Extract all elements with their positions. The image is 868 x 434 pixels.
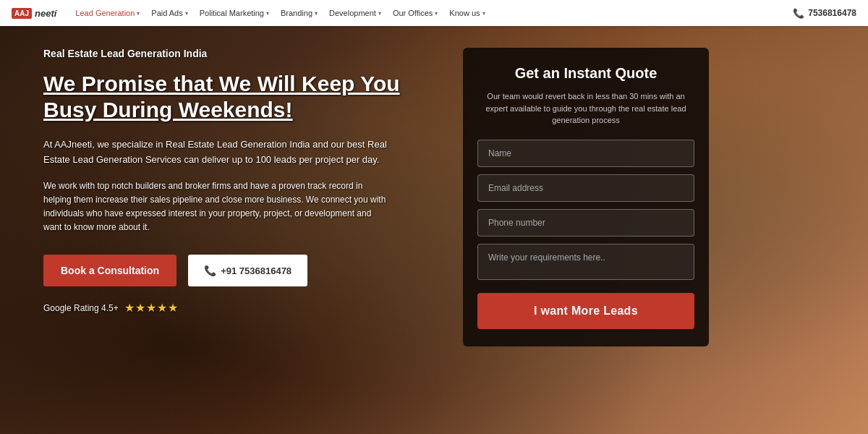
- requirements-textarea[interactable]: [477, 244, 694, 280]
- nav-item-lead-generation[interactable]: Lead Generation ▾: [71, 6, 144, 20]
- main-content: Real Estate Lead Generation India We Pro…: [0, 26, 868, 434]
- cta-buttons: Book a Consultation 📞 +91 7536816478: [43, 255, 434, 286]
- phone-call-button[interactable]: 📞 +91 7536816478: [188, 255, 307, 286]
- nav-item-political-marketing[interactable]: Political Marketing ▾: [195, 6, 273, 20]
- main-heading: We Promise that We Will Keep You Busy Du…: [43, 71, 434, 123]
- chevron-down-icon: ▾: [482, 10, 485, 17]
- submit-leads-button[interactable]: I want More Leads: [477, 293, 694, 329]
- chevron-down-icon: ▾: [185, 10, 188, 17]
- description-primary: At AAJneeti, we specialize in Real Estat…: [43, 137, 391, 168]
- nav-item-branding[interactable]: Branding ▾: [276, 6, 322, 20]
- quote-form-section: Get an Instant Quote Our team would reve…: [463, 48, 709, 420]
- quote-title: Get an Instant Quote: [477, 65, 694, 82]
- star-rating: ★★★★★: [124, 301, 179, 315]
- logo-text: neeti: [35, 8, 56, 19]
- google-rating: Google Rating 4.5+ ★★★★★: [43, 301, 434, 315]
- name-input[interactable]: [477, 140, 694, 167]
- phone-icon: 📞: [204, 265, 216, 276]
- logo: AAJ neeti: [12, 8, 56, 19]
- nav-item-our-offices[interactable]: Our Offices ▾: [388, 6, 442, 20]
- chevron-down-icon: ▾: [137, 10, 140, 17]
- nav-phone[interactable]: 📞 7536816478: [793, 8, 856, 19]
- quote-description: Our team would revert back in less than …: [477, 90, 694, 127]
- email-input[interactable]: [477, 174, 694, 202]
- quote-card: Get an Instant Quote Our team would reve…: [463, 48, 709, 346]
- sub-heading: Real Estate Lead Generation India: [43, 48, 434, 59]
- nav-item-development[interactable]: Development ▾: [325, 6, 386, 20]
- logo-box: AAJ: [12, 8, 32, 19]
- chevron-down-icon: ▾: [315, 10, 318, 17]
- phone-icon: 📞: [793, 8, 804, 19]
- book-consultation-button[interactable]: Book a Consultation: [43, 255, 176, 286]
- hero-left: Real Estate Lead Generation India We Pro…: [43, 48, 463, 420]
- chevron-down-icon: ▾: [378, 10, 381, 17]
- nav-item-know-us[interactable]: Know us ▾: [445, 6, 489, 20]
- phone-input[interactable]: [477, 209, 694, 237]
- description-secondary: We work with top notch builders and brok…: [43, 179, 391, 235]
- chevron-down-icon: ▾: [266, 10, 269, 17]
- nav-item-paid-ads[interactable]: Paid Ads ▾: [147, 6, 192, 20]
- navbar: AAJ neeti Lead Generation ▾ Paid Ads ▾ P…: [0, 0, 868, 26]
- nav-items: Lead Generation ▾ Paid Ads ▾ Political M…: [71, 6, 793, 20]
- chevron-down-icon: ▾: [435, 10, 438, 17]
